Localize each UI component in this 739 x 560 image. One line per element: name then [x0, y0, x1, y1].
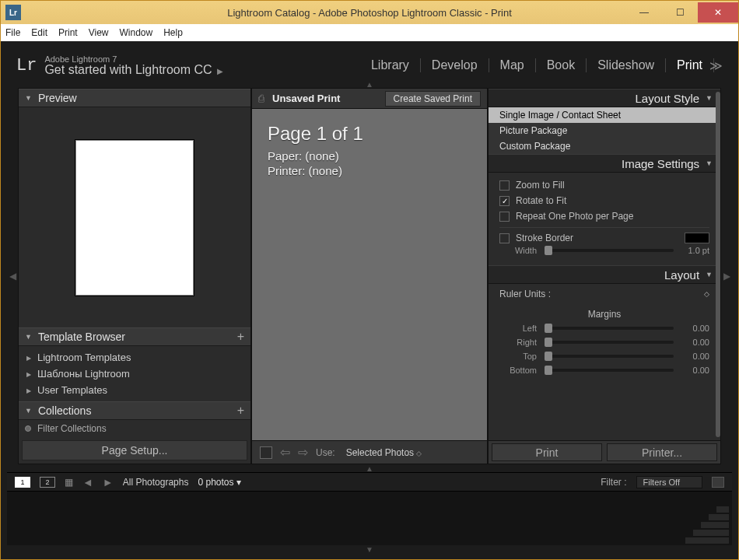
collections-header[interactable]: ▼ Collections + — [19, 401, 250, 420]
stroke-border-label: Stroke Border — [516, 233, 573, 243]
left-panel: ▼ Preview ▼ Template Browser + Lightroom… — [18, 88, 251, 464]
filmstrip[interactable] — [7, 491, 732, 545]
layout-header[interactable]: Layout ▼ — [489, 265, 720, 284]
repeat-one-label: Repeat One Photo per Page — [516, 211, 633, 222]
template-folder[interactable]: Шаблоны Lightroom — [19, 366, 250, 382]
filter-lock-icon[interactable] — [712, 477, 724, 488]
chevron-down-icon: ▼ — [706, 159, 713, 167]
mid-collapse-handle[interactable]: ▲ — [7, 464, 732, 472]
page-info: Page 1 of 1 Paper: (none) Printer: (none… — [252, 109, 487, 191]
prev-page-icon[interactable]: ⇦ — [280, 445, 290, 460]
printer-label: Printer: (none) — [268, 164, 471, 177]
right-footer: Print Printer... — [489, 440, 720, 464]
margin-left-slider[interactable] — [545, 327, 674, 330]
zoom-to-fill-label: Zoom to Fill — [516, 180, 565, 191]
preview-page — [75, 140, 194, 296]
zoom-to-fill-checkbox[interactable] — [499, 180, 510, 191]
module-book[interactable]: Book — [536, 58, 587, 72]
template-folder[interactable]: User Templates — [19, 382, 250, 398]
template-folder[interactable]: Lightroom Templates — [19, 349, 250, 366]
menu-window[interactable]: Window — [120, 27, 153, 38]
photo-count-label[interactable]: 0 photos ▾ — [198, 477, 240, 488]
menu-help[interactable]: Help — [163, 27, 183, 38]
use-dropdown[interactable]: Selected Photos ◇ — [346, 447, 422, 458]
ruler-units-label: Ruler Units : — [499, 289, 551, 299]
caret-icon: ◇ — [704, 290, 709, 298]
select-toggle-checkbox[interactable] — [260, 446, 272, 459]
menu-print[interactable]: Print — [58, 27, 78, 38]
stroke-border-checkbox[interactable] — [499, 233, 510, 243]
module-slideshow[interactable]: Slideshow — [587, 58, 666, 72]
printer-button[interactable]: Printer... — [607, 443, 717, 461]
module-library[interactable]: Library — [360, 58, 421, 72]
stroke-width-label: Width — [499, 246, 537, 255]
menu-edit[interactable]: Edit — [31, 27, 47, 38]
module-map[interactable]: Map — [489, 58, 536, 72]
top-collapse-handle[interactable]: ▲ — [7, 80, 732, 88]
margin-bottom-value: 0.00 — [681, 366, 709, 375]
watermark-icon — [674, 505, 729, 544]
preview-area — [19, 107, 250, 327]
identity-plate[interactable]: Adobe Lightroom 7 Get started with Light… — [44, 54, 222, 77]
lr-logo-icon: Lr — [16, 56, 37, 75]
filter-collections-row[interactable]: Filter Collections — [19, 420, 250, 437]
menu-view[interactable]: View — [89, 27, 109, 38]
margin-top-value: 0.00 — [681, 352, 709, 361]
stroke-width-slider[interactable] — [545, 249, 674, 252]
secondary-display-button[interactable]: 2 — [40, 477, 55, 488]
right-collapse-handle[interactable]: ▶ — [721, 88, 732, 464]
main-display-button[interactable]: 1 — [15, 477, 30, 488]
module-print[interactable]: Print — [666, 58, 714, 72]
document-title: Unsaved Print — [272, 93, 340, 104]
preview-panel-header[interactable]: ▼ Preview — [19, 89, 250, 107]
style-custom-package[interactable]: Custom Package — [489, 138, 720, 154]
image-settings-header[interactable]: Image Settings ▼ — [489, 154, 720, 173]
template-browser-header[interactable]: ▼ Template Browser + — [19, 327, 250, 346]
filter-dropdown[interactable]: Filters Off — [636, 476, 702, 488]
menu-file[interactable]: File — [5, 27, 20, 38]
filmstrip-toolbar: 1 2 ▦ ◄ ► All Photographs 0 photos ▾ Fil… — [7, 472, 732, 491]
nav-forward-icon[interactable]: ► — [103, 476, 114, 488]
expand-icon[interactable]: ≫ — [709, 58, 723, 73]
bottom-collapse-handle[interactable]: ▼ — [7, 545, 732, 553]
create-saved-print-button[interactable]: Create Saved Print — [385, 91, 481, 107]
close-button[interactable]: ✕ — [698, 2, 738, 23]
stroke-color-swatch[interactable] — [685, 233, 709, 243]
chevron-down-icon: ▼ — [25, 407, 32, 415]
play-icon: ▶ — [217, 67, 223, 75]
preview-title: Preview — [38, 92, 77, 104]
print-icon[interactable]: ⎙ — [258, 93, 264, 104]
layout-style-header[interactable]: Layout Style ▼ — [489, 89, 720, 107]
use-label: Use: — [316, 447, 335, 458]
style-picture-package[interactable]: Picture Package — [489, 123, 720, 138]
margin-right-slider[interactable] — [545, 341, 674, 344]
layout-style-title: Layout Style — [636, 92, 700, 105]
margin-bottom-slider[interactable] — [545, 369, 674, 372]
nav-back-icon[interactable]: ◄ — [82, 476, 93, 488]
module-develop[interactable]: Develop — [421, 58, 489, 72]
maximize-button[interactable]: ☐ — [662, 2, 698, 23]
filter-collections-input[interactable]: Filter Collections — [37, 423, 107, 434]
filter-label: Filter : — [601, 477, 626, 488]
app-window: Lr Lightroom Catalog - Adobe Photoshop L… — [0, 0, 739, 560]
margin-top-slider[interactable] — [545, 355, 674, 358]
margin-top-label: Top — [499, 352, 537, 361]
next-page-icon[interactable]: ⇨ — [298, 445, 308, 460]
add-collection-icon[interactable]: + — [237, 404, 244, 418]
source-label[interactable]: All Photographs — [123, 477, 189, 488]
minimize-button[interactable]: — — [626, 2, 662, 23]
paper-label: Paper: (none) — [268, 149, 471, 163]
chevron-down-icon: ▼ — [706, 94, 713, 102]
rotate-to-fit-checkbox[interactable] — [499, 196, 510, 206]
print-button[interactable]: Print — [492, 443, 602, 461]
grid-view-icon[interactable]: ▦ — [65, 477, 73, 488]
add-template-icon[interactable]: + — [237, 330, 244, 344]
left-collapse-handle[interactable]: ◀ — [7, 88, 18, 464]
margin-left-label: Left — [499, 324, 537, 333]
collections-title: Collections — [38, 404, 91, 417]
ruler-units-dropdown[interactable]: Ruler Units : ◇ — [489, 284, 720, 304]
app-icon: Lr — [5, 5, 21, 20]
stroke-width-value: 1.0 pt — [681, 246, 709, 255]
style-single-image[interactable]: Single Image / Contact Sheet — [489, 107, 720, 123]
page-setup-button[interactable]: Page Setup... — [22, 440, 247, 460]
